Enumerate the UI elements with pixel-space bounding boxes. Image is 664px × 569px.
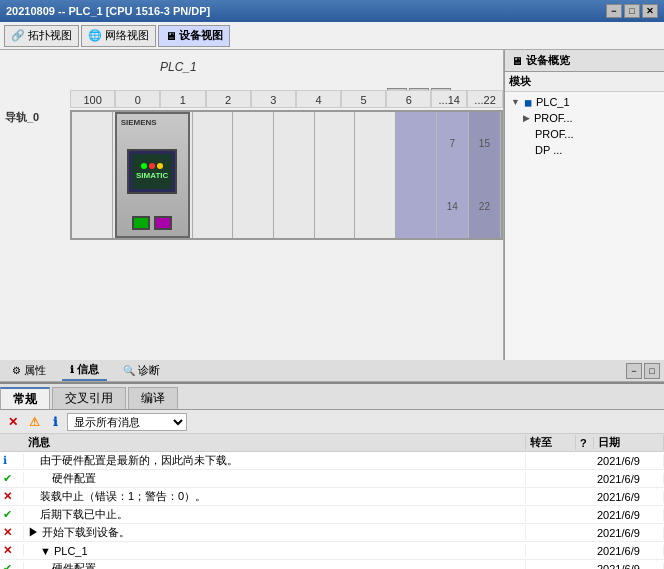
port-2 — [154, 216, 172, 230]
msg-row-1[interactable]: ℹ 由于硬件配置是最新的，因此尚未下载。 2021/6/9 — [0, 452, 664, 470]
led-maint — [157, 163, 163, 169]
row6-msg: ▼ PLC_1 — [24, 545, 526, 557]
topology-view-btn[interactable]: 🔗 拓扑视图 — [4, 25, 79, 47]
topology-icon: 🔗 — [11, 29, 25, 42]
collapse-btn[interactable]: − — [626, 363, 642, 379]
network-view-btn[interactable]: 🌐 网络视图 — [81, 25, 156, 47]
row5-date: 2021/6/9 — [594, 527, 664, 539]
row2-icon: ✔ — [0, 472, 24, 485]
slot-5[interactable] — [355, 112, 396, 238]
info-tab-label: 信息 — [77, 362, 99, 377]
prof1-label: PROF... — [534, 112, 573, 124]
plc-tree-label: PLC_1 — [536, 96, 570, 108]
row5-icon: ✕ — [0, 526, 24, 539]
slot-header-14: ...14 — [431, 90, 467, 108]
slot-4[interactable] — [315, 112, 356, 238]
slot-6[interactable] — [396, 112, 437, 238]
row3-date: 2021/6/9 — [594, 491, 664, 503]
bottom-tabs: 常规 交叉引用 编译 — [0, 384, 664, 410]
info-btn: ℹ — [46, 413, 64, 431]
module-col-header: 模块 — [505, 72, 664, 92]
title-bar: 20210809 -- PLC_1 [CPU 1516-3 PN/DP] − □… — [0, 0, 664, 22]
row2-msg: 硬件配置 — [24, 471, 526, 486]
tab-compile[interactable]: 编译 — [128, 387, 178, 409]
msg-row-6[interactable]: ✕ ▼ PLC_1 2021/6/9 — [0, 542, 664, 560]
tree-item-prof1[interactable]: ▶ PROF... — [519, 110, 662, 126]
cpu-ports — [132, 216, 172, 230]
tab-info[interactable]: ℹ 信息 — [62, 360, 107, 381]
row3-icon: ✕ — [0, 490, 24, 503]
filter-dropdown[interactable]: 显示所有消息仅显示错误仅显示警告 — [67, 413, 187, 431]
diag-icon: 🔍 — [123, 365, 135, 376]
plc-tree-icon: ◼ — [524, 97, 532, 108]
main-toolbar: 🔗 拓扑视图 🌐 网络视图 🖥 设备视图 — [0, 22, 664, 50]
slot-100[interactable] — [72, 112, 113, 238]
info-tabs-row: ⚙ 属性 ℹ 信息 🔍 诊断 − □ — [0, 360, 664, 382]
row4-msg: 后期下载已中止。 — [24, 507, 526, 522]
header-q-col: ? — [576, 437, 594, 449]
minimize-button[interactable]: − — [606, 4, 622, 18]
rail-track: SIEMENS SIMATIC — [70, 110, 503, 240]
row1-date: 2021/6/9 — [594, 455, 664, 467]
tree-item-dp[interactable]: DP ... — [531, 142, 662, 158]
info-icon: ℹ — [70, 364, 74, 375]
maximize-button[interactable]: □ — [624, 4, 640, 18]
slot-22[interactable]: 15 22 — [469, 112, 501, 238]
tab-cross-ref[interactable]: 交叉引用 — [52, 387, 126, 409]
device-view-btn[interactable]: 🖥 设备视图 — [158, 25, 230, 47]
msg-row-7[interactable]: ✔ 硬件配置 2021/6/9 — [0, 560, 664, 569]
main-area: PLC_1 ◀ ▼ ▶ 导轨_0 100 0 1 2 3 4 5 6 ...14… — [0, 50, 664, 360]
msg-row-2[interactable]: ✔ 硬件配置 2021/6/9 — [0, 470, 664, 488]
slot-3[interactable] — [274, 112, 315, 238]
header-goto-col: 转至 — [526, 435, 576, 450]
slot-header-3: 3 — [251, 90, 296, 108]
device-tree: ▼ ◼ PLC_1 ▶ PROF... PROF... DP ... — [505, 92, 664, 360]
msg-row-4[interactable]: ✔ 后期下载已中止。 2021/6/9 — [0, 506, 664, 524]
led-error — [149, 163, 155, 169]
port-1 — [132, 216, 150, 230]
row4-date: 2021/6/9 — [594, 509, 664, 521]
info-tab-controls: − □ — [626, 363, 660, 379]
device-overview-title: 设备概览 — [526, 53, 570, 68]
cpu-brand-text: SIMATIC — [136, 171, 168, 180]
row2-date: 2021/6/9 — [594, 473, 664, 485]
right-panel: 🖥 设备概览 模块 ▼ ◼ PLC_1 ▶ PROF... PROF... — [504, 50, 664, 360]
device-icon-header: 🖥 — [511, 55, 522, 67]
rail-header: 100 0 1 2 3 4 5 6 ...14 ...22 — [70, 90, 503, 108]
bottom-section: 常规 交叉引用 编译 ✕ ⚠ ℹ 显示所有消息仅显示错误仅显示警告 消息 转至 … — [0, 382, 664, 569]
row6-date: 2021/6/9 — [594, 545, 664, 557]
tree-item-prof2[interactable]: PROF... — [531, 126, 662, 142]
expand-btn[interactable]: □ — [644, 363, 660, 379]
properties-icon: ⚙ — [12, 365, 21, 376]
slot-14[interactable]: 7 14 — [437, 112, 469, 238]
device-overview-header: 🖥 设备概览 — [505, 50, 664, 72]
msg-row-5[interactable]: ✕ ▶ 开始下载到设备。 2021/6/9 — [0, 524, 664, 542]
led-run — [141, 163, 147, 169]
canvas-area: PLC_1 ◀ ▼ ▶ 导轨_0 100 0 1 2 3 4 5 6 ...14… — [0, 50, 504, 360]
expand-arrow-2: ▶ — [523, 113, 530, 123]
header-date-col: 日期 — [594, 435, 664, 450]
msg-row-3[interactable]: ✕ 装载中止（错误：1；警告：0）。 2021/6/9 — [0, 488, 664, 506]
tab-general[interactable]: 常规 — [0, 387, 50, 409]
warning-icon: ⚠ — [25, 413, 43, 431]
diag-tab-label: 诊断 — [138, 363, 160, 378]
tab-diagnostics[interactable]: 🔍 诊断 — [115, 361, 168, 380]
slot-header-2: 2 — [206, 90, 251, 108]
prof2-label: PROF... — [535, 128, 574, 140]
row6-icon: ✕ — [0, 544, 24, 557]
window-controls[interactable]: − □ ✕ — [606, 4, 658, 18]
slot-header-22: ...22 — [467, 90, 503, 108]
slot-2[interactable] — [233, 112, 274, 238]
slot-cpu[interactable]: SIEMENS SIMATIC — [113, 112, 193, 238]
tree-item-plc[interactable]: ▼ ◼ PLC_1 — [507, 94, 662, 110]
row7-msg: 硬件配置 — [24, 561, 526, 569]
slot-1[interactable] — [193, 112, 234, 238]
header-msg-col: 消息 — [24, 435, 526, 450]
close-button[interactable]: ✕ — [642, 4, 658, 18]
tab-properties[interactable]: ⚙ 属性 — [4, 361, 54, 380]
device-icon: 🖥 — [165, 30, 176, 42]
row1-msg: 由于硬件配置是最新的，因此尚未下载。 — [24, 453, 526, 468]
row4-icon: ✔ — [0, 508, 24, 521]
cpu-display: SIMATIC — [132, 154, 172, 189]
row5-msg: ▶ 开始下载到设备。 — [24, 525, 526, 540]
